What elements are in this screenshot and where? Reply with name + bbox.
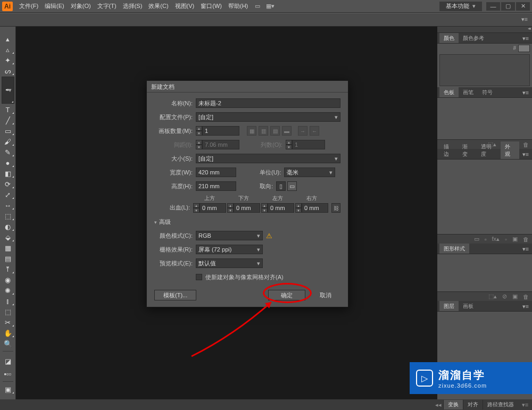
tool-artboard[interactable]: ⬚ [2,307,14,316]
styles-trash-icon[interactable]: 🗑 [523,294,529,300]
tool-magic-wand[interactable]: ✦ [2,55,14,65]
hex-swatch[interactable] [518,45,530,52]
tool-gradient[interactable]: ▤ [2,254,14,263]
tool-hand[interactable]: ✋ [2,328,14,338]
input-bleed-left[interactable] [268,203,294,213]
tool-selection[interactable]: ▴ [2,34,14,44]
rtl-icon[interactable]: ← [310,126,319,136]
appear-fx-icon[interactable]: fx▴ [492,236,500,242]
menu-type[interactable]: 文字(T) [94,2,120,10]
menu-file[interactable]: 文件(F) [16,2,41,10]
tool-eraser[interactable]: ◧ [2,169,14,178]
menu-window[interactable]: 窗口(W) [197,2,225,10]
spinner-artboards[interactable]: ▲▼ [196,126,202,136]
styles-new-icon[interactable]: ▣ [512,293,518,300]
input-height[interactable] [196,181,236,191]
doc-icon[interactable]: ▭ [253,2,262,11]
tool-blend[interactable]: ◉ [2,275,14,285]
orient-landscape[interactable]: ▭ [287,181,297,191]
tool-blob[interactable]: ● [2,158,14,168]
input-name[interactable] [196,98,340,108]
status-menu-icon[interactable]: ▾≡ [520,400,530,409]
tab-brushes[interactable]: 画笔 [459,87,478,97]
spinner-bleed-bottom[interactable]: ▲▼ [227,203,234,213]
panel-layers-menu[interactable]: ▾≡ [519,303,532,311]
tab-graphic-styles[interactable]: 图形样式 [439,244,469,254]
tool-width[interactable]: ↔ [2,200,14,210]
tab-swatches[interactable]: 色板 [439,87,459,97]
panel-swatches-menu[interactable]: ▾≡ [519,89,532,97]
select-preview[interactable]: 默认值 [196,258,263,268]
appear-icon-2[interactable]: ▫ [485,236,487,242]
input-artboards[interactable] [202,126,239,136]
tool-eyedropper[interactable]: ⤒ [2,264,14,274]
max-button[interactable]: ▢ [501,2,515,11]
swatch-trash-icon[interactable]: 🗑 [523,141,529,148]
spinner-bleed-left[interactable]: ▲▼ [261,203,268,213]
select-colormode[interactable]: RGB [196,231,263,240]
arrange-col-icon[interactable]: ▬ [282,126,292,136]
tool-shape-builder[interactable]: ◐ [2,222,14,231]
tool-pen[interactable]: ✒ [2,77,14,104]
styles-break-icon[interactable]: ⊘ [502,293,507,300]
menu-object[interactable]: 对象(O) [68,2,94,10]
input-width[interactable] [196,168,236,177]
control-menu-icon[interactable]: ▾≡ [521,16,528,23]
grid-by-row-icon[interactable]: ▦ [247,126,256,136]
arrange-icon[interactable]: ▦▾ [265,2,275,11]
button-template[interactable]: 模板(T)... [154,290,196,300]
tool-zoom[interactable]: 🔍 [2,339,14,348]
ltr-icon[interactable]: → [298,126,307,136]
button-ok[interactable]: 确定 [268,290,305,300]
tool-line[interactable]: ╱ [2,115,14,125]
appear-icon-4[interactable]: ◦ [505,236,507,242]
appear-icon-1[interactable]: ▭ [474,236,479,242]
tool-slice[interactable]: ✂ [2,317,14,327]
menu-select[interactable]: 选择(S) [120,2,146,10]
panel-collapse[interactable] [437,27,532,33]
section-advanced[interactable]: 高级 [154,218,340,226]
workspace-switcher[interactable]: 基本功能▾ [439,2,482,11]
input-bleed-bottom[interactable] [234,203,260,213]
tool-rectangle[interactable]: ▭ [2,126,14,136]
spinner-bleed-top[interactable]: ▲▼ [193,203,200,213]
select-raster[interactable]: 屏幕 (72 ppi) [196,245,263,254]
fill-stroke-swap[interactable]: ◪ [2,354,14,368]
min-button[interactable]: — [486,2,500,11]
button-cancel[interactable]: 取消 [311,290,340,300]
color-spectrum[interactable] [439,54,530,86]
spinner-bleed-right[interactable]: ▲▼ [295,203,302,213]
orient-portrait[interactable]: ▯ [276,181,286,191]
appear-icon-5[interactable]: ▣ [512,236,518,242]
input-bleed-right[interactable] [302,203,328,213]
tab-layers[interactable]: 图层 [439,301,459,311]
status-tab-pathfinder[interactable]: 路径查找器 [483,400,518,409]
checkbox-align-pixel[interactable] [196,274,202,280]
tool-scale[interactable]: ⤢ [2,190,14,199]
tool-lasso[interactable]: ᔕ [2,66,14,76]
select-profile[interactable]: [自定] [196,112,340,122]
screen-mode[interactable]: ▣ [2,384,14,394]
tool-graph[interactable]: ⫿ [2,296,14,306]
panel-color-menu[interactable]: ▾≡ [519,35,532,43]
status-tab-align[interactable]: 对齐 [463,400,483,409]
select-size[interactable]: [自定] [196,154,340,163]
tool-pencil[interactable]: ✎ [2,147,14,157]
tool-free-transform[interactable]: ⬚ [2,211,14,221]
tab-color-guide[interactable]: 颜色参考 [459,33,488,43]
menu-help[interactable]: 帮助(H) [225,2,251,10]
tab-color[interactable]: 颜色 [439,33,459,43]
input-bleed-top[interactable] [200,203,226,213]
tool-type[interactable]: T [2,105,14,114]
styles-lib-icon[interactable]: ⬚▴ [488,293,497,300]
menu-view[interactable]: 视图(V) [172,2,198,10]
appear-trash-icon[interactable]: 🗑 [523,236,529,242]
menu-edit[interactable]: 编辑(E) [41,2,68,10]
tool-rotate[interactable]: ⟳ [2,179,14,189]
panel-styles-menu[interactable]: ▾≡ [519,246,532,254]
color-mode-row[interactable]: ▪▫▫ [2,369,14,379]
tool-mesh[interactable]: ▦ [2,243,14,253]
tool-symbol-sprayer[interactable]: ✺ [2,286,14,295]
arrange-row-icon[interactable]: ▤ [270,126,280,136]
tab-symbols[interactable]: 符号 [478,87,497,97]
